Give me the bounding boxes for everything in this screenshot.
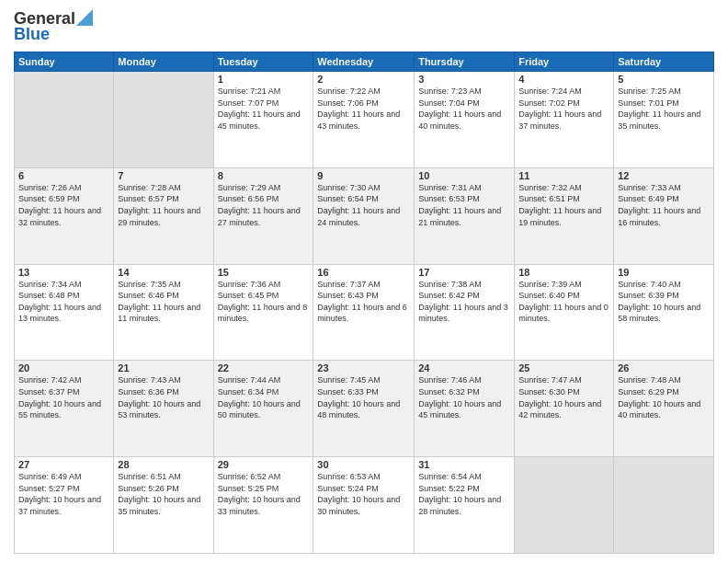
- calendar-cell: 4Sunrise: 7:24 AM Sunset: 7:02 PM Daylig…: [515, 72, 614, 168]
- calendar-cell: 20Sunrise: 7:42 AM Sunset: 6:37 PM Dayli…: [15, 361, 114, 457]
- day-number: 6: [18, 170, 109, 181]
- day-info: Sunrise: 6:54 AM Sunset: 5:22 PM Dayligh…: [418, 471, 510, 517]
- day-number: 5: [618, 74, 710, 85]
- day-number: 14: [118, 267, 209, 278]
- day-number: 10: [418, 170, 510, 181]
- calendar-cell: 7Sunrise: 7:28 AM Sunset: 6:57 PM Daylig…: [114, 167, 213, 264]
- day-number: 24: [418, 362, 510, 373]
- logo: General Blue: [14, 9, 93, 44]
- day-info: Sunrise: 7:48 AM Sunset: 6:29 PM Dayligh…: [618, 374, 710, 420]
- svg-marker-0: [76, 9, 93, 26]
- calendar-cell: 16Sunrise: 7:37 AM Sunset: 6:43 PM Dayli…: [313, 264, 415, 361]
- calendar-cell: 18Sunrise: 7:39 AM Sunset: 6:40 PM Dayli…: [515, 264, 614, 361]
- page: General Blue SundayMondayTuesdayWednesda…: [0, 0, 728, 563]
- day-info: Sunrise: 7:45 AM Sunset: 6:33 PM Dayligh…: [317, 374, 410, 420]
- day-number: 22: [218, 362, 310, 373]
- day-number: 15: [218, 267, 310, 278]
- day-number: 16: [317, 267, 410, 278]
- day-info: Sunrise: 7:35 AM Sunset: 6:46 PM Dayligh…: [118, 279, 209, 325]
- day-info: Sunrise: 7:25 AM Sunset: 7:01 PM Dayligh…: [618, 86, 710, 132]
- calendar-cell: 8Sunrise: 7:29 AM Sunset: 6:56 PM Daylig…: [213, 167, 313, 264]
- day-number: 18: [518, 267, 609, 278]
- calendar-header-saturday: Saturday: [614, 52, 714, 72]
- day-info: Sunrise: 7:36 AM Sunset: 6:45 PM Dayligh…: [218, 279, 310, 325]
- day-number: 23: [317, 362, 410, 373]
- day-number: 21: [118, 362, 209, 373]
- calendar-cell: 22Sunrise: 7:44 AM Sunset: 6:34 PM Dayli…: [213, 361, 313, 457]
- day-number: 20: [18, 362, 109, 373]
- day-info: Sunrise: 7:46 AM Sunset: 6:32 PM Dayligh…: [418, 374, 510, 420]
- calendar-cell: 29Sunrise: 6:52 AM Sunset: 5:25 PM Dayli…: [213, 457, 313, 554]
- calendar-week-row: 1Sunrise: 7:21 AM Sunset: 7:07 PM Daylig…: [15, 72, 714, 168]
- calendar-cell: 14Sunrise: 7:35 AM Sunset: 6:46 PM Dayli…: [114, 264, 213, 361]
- calendar-cell: 12Sunrise: 7:33 AM Sunset: 6:49 PM Dayli…: [614, 167, 714, 264]
- calendar-cell: 30Sunrise: 6:53 AM Sunset: 5:24 PM Dayli…: [313, 457, 415, 554]
- calendar-cell: 24Sunrise: 7:46 AM Sunset: 6:32 PM Dayli…: [415, 361, 515, 457]
- calendar-week-row: 13Sunrise: 7:34 AM Sunset: 6:48 PM Dayli…: [15, 264, 714, 361]
- day-number: 28: [118, 459, 209, 470]
- day-info: Sunrise: 7:32 AM Sunset: 6:51 PM Dayligh…: [518, 182, 609, 228]
- calendar-cell: 23Sunrise: 7:45 AM Sunset: 6:33 PM Dayli…: [313, 361, 415, 457]
- calendar-header-row: SundayMondayTuesdayWednesdayThursdayFrid…: [15, 52, 714, 72]
- logo-triangle-icon: [76, 9, 93, 26]
- day-number: 29: [218, 459, 310, 470]
- calendar-cell: 5Sunrise: 7:25 AM Sunset: 7:01 PM Daylig…: [614, 72, 714, 168]
- day-info: Sunrise: 7:23 AM Sunset: 7:04 PM Dayligh…: [418, 86, 510, 132]
- calendar-cell: 31Sunrise: 6:54 AM Sunset: 5:22 PM Dayli…: [415, 457, 515, 554]
- calendar-cell: 11Sunrise: 7:32 AM Sunset: 6:51 PM Dayli…: [515, 167, 614, 264]
- day-info: Sunrise: 7:28 AM Sunset: 6:57 PM Dayligh…: [118, 182, 209, 228]
- day-info: Sunrise: 7:42 AM Sunset: 6:37 PM Dayligh…: [18, 374, 109, 420]
- calendar-cell: 2Sunrise: 7:22 AM Sunset: 7:06 PM Daylig…: [313, 72, 415, 168]
- day-number: 25: [518, 362, 609, 373]
- calendar-week-row: 20Sunrise: 7:42 AM Sunset: 6:37 PM Dayli…: [15, 361, 714, 457]
- day-info: Sunrise: 7:47 AM Sunset: 6:30 PM Dayligh…: [518, 374, 609, 420]
- day-number: 17: [418, 267, 510, 278]
- day-info: Sunrise: 7:37 AM Sunset: 6:43 PM Dayligh…: [317, 279, 410, 325]
- day-number: 2: [317, 74, 410, 85]
- day-info: Sunrise: 7:43 AM Sunset: 6:36 PM Dayligh…: [118, 374, 209, 420]
- day-info: Sunrise: 6:49 AM Sunset: 5:27 PM Dayligh…: [18, 471, 109, 517]
- day-info: Sunrise: 7:26 AM Sunset: 6:59 PM Dayligh…: [18, 182, 109, 228]
- calendar-cell: 6Sunrise: 7:26 AM Sunset: 6:59 PM Daylig…: [15, 167, 114, 264]
- day-info: Sunrise: 7:34 AM Sunset: 6:48 PM Dayligh…: [18, 279, 109, 325]
- day-number: 8: [218, 170, 310, 181]
- day-info: Sunrise: 7:31 AM Sunset: 6:53 PM Dayligh…: [418, 182, 510, 228]
- calendar-cell: 9Sunrise: 7:30 AM Sunset: 6:54 PM Daylig…: [313, 167, 415, 264]
- calendar-header-monday: Monday: [114, 52, 213, 72]
- header: General Blue: [14, 9, 714, 44]
- calendar-header-tuesday: Tuesday: [213, 52, 313, 72]
- calendar-cell: 1Sunrise: 7:21 AM Sunset: 7:07 PM Daylig…: [213, 72, 313, 168]
- calendar-week-row: 27Sunrise: 6:49 AM Sunset: 5:27 PM Dayli…: [15, 457, 714, 554]
- calendar-cell: [515, 457, 614, 554]
- day-info: Sunrise: 7:33 AM Sunset: 6:49 PM Dayligh…: [618, 182, 710, 228]
- day-info: Sunrise: 7:44 AM Sunset: 6:34 PM Dayligh…: [218, 374, 310, 420]
- day-info: Sunrise: 6:53 AM Sunset: 5:24 PM Dayligh…: [317, 471, 410, 517]
- day-info: Sunrise: 7:40 AM Sunset: 6:39 PM Dayligh…: [618, 279, 710, 325]
- calendar-cell: 26Sunrise: 7:48 AM Sunset: 6:29 PM Dayli…: [614, 361, 714, 457]
- day-number: 9: [317, 170, 410, 181]
- calendar-cell: 17Sunrise: 7:38 AM Sunset: 6:42 PM Dayli…: [415, 264, 515, 361]
- calendar-cell: 27Sunrise: 6:49 AM Sunset: 5:27 PM Dayli…: [15, 457, 114, 554]
- calendar-cell: 25Sunrise: 7:47 AM Sunset: 6:30 PM Dayli…: [515, 361, 614, 457]
- day-info: Sunrise: 6:51 AM Sunset: 5:26 PM Dayligh…: [118, 471, 209, 517]
- day-number: 26: [618, 362, 710, 373]
- calendar-cell: [614, 457, 714, 554]
- day-number: 12: [618, 170, 710, 181]
- calendar-cell: 10Sunrise: 7:31 AM Sunset: 6:53 PM Dayli…: [415, 167, 515, 264]
- day-number: 1: [218, 74, 310, 85]
- day-info: Sunrise: 6:52 AM Sunset: 5:25 PM Dayligh…: [218, 471, 310, 517]
- day-number: 7: [118, 170, 209, 181]
- day-info: Sunrise: 7:22 AM Sunset: 7:06 PM Dayligh…: [317, 86, 410, 132]
- calendar-header-thursday: Thursday: [415, 52, 515, 72]
- calendar-cell: 3Sunrise: 7:23 AM Sunset: 7:04 PM Daylig…: [415, 72, 515, 168]
- logo-blue: Blue: [14, 25, 50, 44]
- calendar-cell: 13Sunrise: 7:34 AM Sunset: 6:48 PM Dayli…: [15, 264, 114, 361]
- day-number: 30: [317, 459, 410, 470]
- calendar-header-sunday: Sunday: [15, 52, 114, 72]
- day-info: Sunrise: 7:38 AM Sunset: 6:42 PM Dayligh…: [418, 279, 510, 325]
- calendar-cell: [114, 72, 213, 168]
- day-number: 19: [618, 267, 710, 278]
- calendar-cell: 28Sunrise: 6:51 AM Sunset: 5:26 PM Dayli…: [114, 457, 213, 554]
- day-number: 11: [518, 170, 609, 181]
- day-info: Sunrise: 7:24 AM Sunset: 7:02 PM Dayligh…: [518, 86, 609, 132]
